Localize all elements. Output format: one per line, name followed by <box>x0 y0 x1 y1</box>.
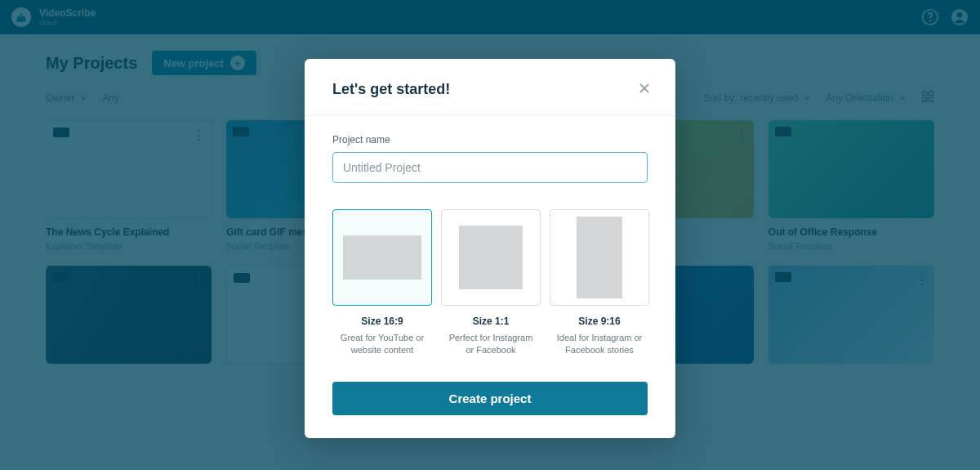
size-label: Size 1:1 <box>473 316 510 327</box>
create-project-button[interactable]: Create project <box>332 382 648 415</box>
create-label: Create project <box>449 392 532 405</box>
size-desc: Ideal for Instagram or Facebook stories <box>550 332 649 357</box>
close-icon <box>636 80 653 96</box>
size-frame <box>332 209 432 306</box>
new-project-modal: Let's get started! Project name Size 16:… <box>305 59 675 438</box>
size-option-16-9[interactable]: Size 16:9 Great for YouTube or website c… <box>332 209 432 357</box>
size-options: Size 16:9 Great for YouTube or website c… <box>332 209 648 357</box>
size-desc: Perfect for Instagram or Facebook <box>441 332 541 357</box>
size-label: Size 9:16 <box>578 316 620 327</box>
size-desc: Great for YouTube or website content <box>332 332 432 357</box>
modal-body: Project name Size 16:9 Great for YouTube… <box>305 116 675 438</box>
ratio-16-9-icon <box>343 235 421 280</box>
ratio-9-16-icon <box>577 217 622 298</box>
size-frame <box>441 209 541 306</box>
size-option-9-16[interactable]: Size 9:16 Ideal for Instagram or Faceboo… <box>550 209 649 357</box>
modal-title: Let's get started! <box>332 81 450 98</box>
close-button[interactable] <box>633 77 656 102</box>
size-frame <box>550 209 649 306</box>
size-option-1-1[interactable]: Size 1:1 Perfect for Instagram or Facebo… <box>441 209 541 357</box>
project-name-label: Project name <box>332 134 648 145</box>
size-label: Size 16:9 <box>361 316 403 327</box>
ratio-1-1-icon <box>459 226 523 289</box>
project-name-input[interactable] <box>332 152 648 183</box>
modal-header: Let's get started! <box>305 59 675 116</box>
